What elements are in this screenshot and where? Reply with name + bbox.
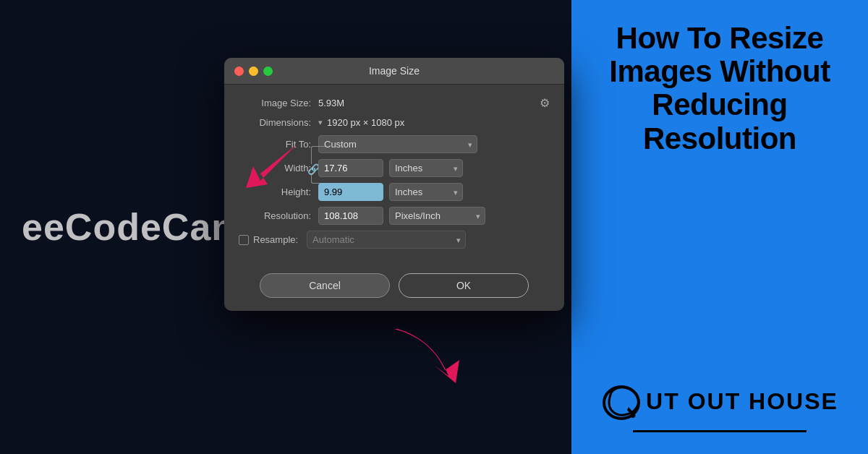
- dimensions-row: Dimensions: ▾ 1920 px × 1080 px: [239, 117, 550, 128]
- gear-icon[interactable]: ⚙: [540, 96, 550, 110]
- dimensions-value: 1920 px × 1080 px: [327, 117, 404, 128]
- width-unit-select[interactable]: Inches Pixels Centimeters: [389, 159, 463, 177]
- resample-dropdown-wrapper[interactable]: Automatic: [307, 231, 466, 249]
- traffic-lights: [234, 67, 273, 76]
- resolution-label: Resolution:: [239, 210, 318, 221]
- brand-text: UT OUT HOUSE: [646, 388, 838, 415]
- headline: How To Resize Images Without Reducing Re…: [589, 22, 851, 155]
- height-input[interactable]: [318, 183, 383, 201]
- title-bar: Image Size: [224, 58, 564, 85]
- arrow-to-custom: [239, 141, 311, 192]
- fit-to-select[interactable]: Custom Letter A4: [318, 135, 477, 153]
- dialog-buttons: Cancel OK: [224, 273, 564, 311]
- resample-row: Resample: Automatic: [239, 231, 550, 249]
- dialog-title: Image Size: [369, 65, 420, 77]
- maximize-button[interactable]: [263, 67, 273, 76]
- brand-underline: [633, 430, 807, 432]
- brand-area: UT OUT HOUSE: [601, 380, 838, 432]
- minimize-button[interactable]: [249, 67, 258, 76]
- resolution-unit-wrapper[interactable]: Pixels/Inch Pixels/Centimeter: [389, 207, 485, 225]
- image-size-label: Image Size:: [239, 98, 318, 108]
- chevron-icon: ▾: [318, 118, 323, 127]
- right-section: How To Resize Images Without Reducing Re…: [571, 0, 868, 454]
- resample-select[interactable]: Automatic: [307, 231, 466, 249]
- left-section: eeCodeCamp Image Size Image Size: 5.93M …: [0, 0, 571, 454]
- image-size-row: Image Size: 5.93M ⚙: [239, 96, 550, 110]
- brand-icon: [601, 380, 644, 423]
- height-unit-wrapper[interactable]: Inches Pixels Centimeters: [389, 183, 463, 201]
- fit-to-dropdown-wrapper[interactable]: Custom Letter A4: [318, 135, 477, 153]
- svg-point-2: [631, 414, 635, 418]
- resolution-unit-select[interactable]: Pixels/Inch Pixels/Centimeter: [389, 207, 485, 225]
- resample-checkbox[interactable]: [239, 235, 249, 245]
- resolution-row: Resolution: Pixels/Inch Pixels/Centimete…: [239, 207, 550, 225]
- brand-logo: UT OUT HOUSE: [601, 380, 838, 423]
- image-size-value: 5.93M: [318, 98, 344, 108]
- ok-button[interactable]: OK: [399, 273, 529, 298]
- arrow-to-ok: [376, 325, 463, 390]
- close-button[interactable]: [234, 67, 244, 76]
- resample-label: Resample:: [253, 234, 307, 245]
- cancel-button[interactable]: Cancel: [260, 273, 390, 298]
- width-input[interactable]: [318, 159, 383, 177]
- dimensions-label: Dimensions:: [239, 117, 318, 128]
- width-unit-wrapper[interactable]: Inches Pixels Centimeters: [389, 159, 463, 177]
- resolution-input[interactable]: [318, 207, 383, 225]
- height-unit-select[interactable]: Inches Pixels Centimeters: [389, 183, 463, 201]
